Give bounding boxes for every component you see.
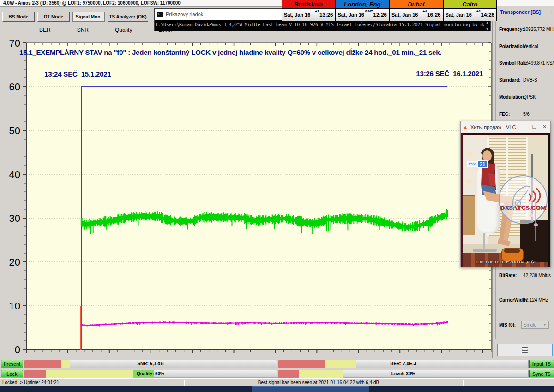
lock-indicator[interactable]: Lock [1, 370, 23, 379]
cmd-command-line: C:\Users\Roman Dávid>Amos 3-4,0°W_Middle… [156, 22, 484, 27]
clock-city: Dubai [390, 0, 443, 9]
svg-text:70: 70 [9, 37, 20, 49]
svg-text:30: 30 [9, 213, 20, 224]
clock-london-eng: London, Eng Sat, Jan 16 GMT 12:26 [336, 0, 390, 21]
ts-analyzer-button[interactable]: TS Analyzer (OK) [108, 12, 148, 22]
field-bitrate: BitRate:42,238 Mbit/s [496, 273, 552, 279]
field-symbol-rate: Symbol Rate:27499,871 KS/s [496, 60, 552, 67]
clock-utc-offset: +2 [476, 9, 481, 13]
clock-city: Cairo [444, 0, 497, 9]
best-signal-status: Best signal has been seen at 2021-01-16 … [185, 380, 452, 385]
field-frequency: Frequency:10925,772 MHz [496, 27, 552, 33]
field-carrierwidth: CarrierWidth:37,124 MHz [496, 297, 552, 304]
clock-time: 16:26 [427, 12, 440, 18]
svg-text:20: 20 [9, 256, 20, 268]
minimize-button[interactable]: – [520, 125, 528, 130]
clock-utc-offset: GMT [365, 9, 373, 13]
vlc-window: ▲ Хиты продаж - VLC me... – ☐ ✕ [460, 121, 551, 267]
vlc-cone-icon: ▲ [463, 124, 468, 131]
clock-utc-offset: +1 [315, 9, 319, 13]
cmd-icon: >_ [157, 12, 163, 17]
svg-text:40: 40 [9, 169, 20, 180]
snr-bar: SNR: 6,1 dB [24, 360, 277, 368]
clock-cairo: Cairo Sat, Jan 16 +2 14:26 [443, 0, 497, 21]
scroll-up-icon[interactable]: ▲ [486, 21, 489, 24]
mode-button-row: BS Mode DT Mode Signal Mon. TS Analyzer … [2, 12, 148, 22]
input-ts-indicator[interactable]: Input TS [529, 360, 554, 368]
svg-text:0: 0 [15, 344, 20, 353]
window-title: 4.0W - Amos 2-3 (ID: 3560) @ LOF1: 97500… [3, 0, 181, 6]
video-subtitle: ולחזק את הרגליים בפרטיות ביתכם [461, 260, 550, 264]
maximize-button[interactable]: ☐ [530, 124, 538, 130]
clock-utc-offset: +4 [422, 9, 427, 13]
clock-city: Bratislava [282, 0, 335, 9]
drive-icon [522, 347, 528, 353]
clock-time: 13:26 [319, 12, 333, 18]
clock-time: 12:26 [373, 12, 387, 18]
close-button[interactable]: ✕ [541, 124, 548, 130]
clock-city: London, Eng [336, 0, 389, 9]
video-cabinet [463, 195, 475, 235]
field-modulation: Modulation:QPSK [496, 95, 552, 101]
cmd-console[interactable]: C:\Users\Roman Dávid>Amos 3-4,0°W_Middle… [155, 20, 490, 31]
clock-date: Sat, Jan 16 [338, 12, 364, 18]
vlc-video-area: נעורים 21 DXSATCS.COM ולחזק את הרגליים ב… [461, 133, 550, 267]
clock-date: Sat, Jan 16 [446, 12, 472, 18]
level-bar: Level: 30% [278, 370, 529, 379]
field-polarization: Polarization:Vertical [496, 44, 552, 50]
ber-bar: BER: 7,0E-3 [278, 360, 529, 368]
field-standard: Standard:DVB-S [496, 77, 552, 84]
cmd-title: Príkazový riadok [166, 12, 203, 17]
channel-21-badge: נעורים 21 [467, 160, 488, 168]
signal-bars-panel: Present Lock SNR: 6,1 dB Quality: 60% BE… [0, 358, 554, 378]
signal-mon-button[interactable]: Signal Mon. [72, 12, 105, 22]
dxsatcs-watermark: DXSATCS.COM [499, 175, 548, 224]
desktop: 4.0W - Amos 2-3 (ID: 3560) @ LOF1: 97500… [0, 0, 554, 392]
chart-annotation-title: 15.1_EXEMPLÁRNY STAV na "f0" : Jeden kon… [19, 48, 441, 56]
clock-bratislava: Bratislava Sat, Jan 16 +1 13:26 [282, 0, 336, 21]
vlc-titlebar[interactable]: ▲ Хиты продаж - VLC me... – ☐ ✕ [461, 121, 550, 133]
taskbar-active-button[interactable] [252, 386, 369, 392]
world-clocks: Bratislava Sat, Jan 16 +1 13:26 London, … [282, 0, 497, 21]
record-device-button[interactable] [497, 344, 553, 356]
quality-bar: Quality: 60% [24, 370, 277, 379]
field-fec: FEC:5/6 [496, 112, 552, 118]
dt-mode-button[interactable]: DT Mode [37, 12, 70, 22]
clock-date: Sat, Jan 16 [284, 12, 310, 18]
sync-ts-indicator[interactable]: Sync TS [529, 370, 554, 379]
windows-taskbar [0, 386, 554, 392]
svg-text:10: 10 [9, 300, 20, 312]
signal-monitor-window: BS Mode DT Mode Signal Mon. TS Analyzer … [0, 6, 492, 379]
present-indicator[interactable]: Present [1, 360, 23, 368]
clock-date: Sat, Jan 16 [391, 12, 418, 18]
lock-uptime-status: Locked -> Uptime: 24:01:21 [2, 380, 59, 385]
cmd-scrollbar[interactable]: ▲ ▼ [484, 20, 490, 31]
transponder-groupbox-title: Transponder [BS] [499, 9, 542, 15]
watermark-text: DXSATCS.COM [500, 204, 547, 211]
vlc-title: Хиты продаж - VLC me... [470, 125, 518, 130]
svg-text:50: 50 [9, 125, 20, 137]
status-bar: Locked -> Uptime: 24:01:21 Best signal h… [0, 378, 554, 387]
svg-text:60: 60 [9, 81, 20, 93]
clock-time: 14:26 [481, 12, 494, 18]
scroll-down-icon[interactable]: ▼ [486, 27, 489, 31]
field-mis: MIS (0): Single ▼ [496, 322, 552, 329]
clock-dubai: Dubai Sat, Jan 16 +4 16:26 [389, 0, 443, 21]
bs-mode-button[interactable]: BS Mode [2, 12, 35, 22]
mis-dropdown[interactable]: Single ▼ [521, 321, 549, 329]
chart-end-timestamp: 13:26 SEČ_16.1.2021 [405, 70, 483, 77]
chart-start-timestamp: 13:24 SEČ_15.1.2021 [44, 70, 111, 78]
chevron-down-icon: ▼ [543, 323, 547, 327]
